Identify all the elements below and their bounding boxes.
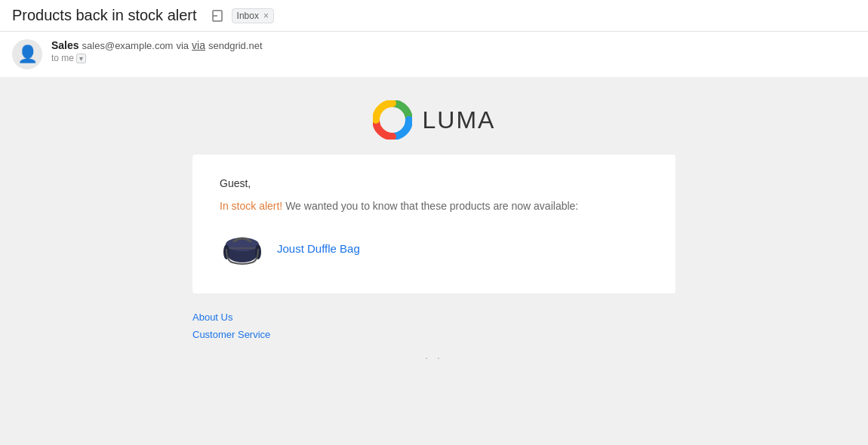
- bookmark-icon[interactable]: [211, 9, 224, 23]
- luma-brand-name: LUMA: [423, 106, 496, 134]
- product-image: [220, 226, 265, 271]
- footer-dots: · ·: [192, 351, 676, 364]
- inbox-badge-close[interactable]: ×: [263, 11, 269, 21]
- email-content-wrapper: LUMA Guest, In stock alert! We wanted yo…: [170, 100, 698, 425]
- inbox-label: Inbox: [237, 11, 259, 21]
- subject-icons: [211, 9, 224, 23]
- product-link[interactable]: Joust Duffle Bag: [277, 242, 360, 255]
- via-label: via: [176, 40, 189, 51]
- sender-name: Sales: [51, 39, 79, 51]
- via-service-underline: via: [192, 39, 205, 51]
- alert-highlight: In stock alert!: [220, 200, 282, 212]
- stock-alert-text: In stock alert! We wanted you to know th…: [220, 200, 648, 212]
- sender-row: 👤 Sales sales@example.com via via sendgr…: [0, 32, 868, 78]
- sendgrid-service: sendgrid.net: [208, 40, 263, 51]
- email-subject: Products back in stock alert: [12, 7, 197, 24]
- email-body: LUMA Guest, In stock alert! We wanted yo…: [0, 78, 868, 445]
- footer-link-about[interactable]: About Us: [192, 308, 676, 326]
- to-label: to me: [51, 53, 74, 63]
- footer-link-customer-service[interactable]: Customer Service: [192, 326, 676, 343]
- email-header: Products back in stock alert Inbox ×: [0, 0, 868, 32]
- email-footer: About Us Customer Service · ·: [192, 308, 676, 371]
- alert-body: We wanted you to know that these product…: [282, 200, 578, 212]
- person-icon: 👤: [17, 44, 38, 64]
- inbox-badge[interactable]: Inbox ×: [232, 8, 274, 23]
- svg-point-2: [226, 238, 259, 251]
- to-me-row: to me ▾: [51, 53, 263, 63]
- to-me-dropdown[interactable]: ▾: [76, 54, 86, 63]
- email-greeting: Guest,: [220, 177, 648, 189]
- luma-logo-area: LUMA: [373, 100, 496, 140]
- duffle-bag-image: [220, 228, 264, 269]
- sender-email: sales@example.com: [82, 40, 174, 51]
- sender-avatar: 👤: [12, 39, 42, 69]
- sender-name-line: Sales sales@example.com via via sendgrid…: [51, 39, 263, 51]
- email-card: Guest, In stock alert! We wanted you to …: [192, 155, 676, 293]
- luma-logo-icon: [373, 100, 412, 140]
- product-row: Joust Duffle Bag: [220, 226, 648, 271]
- sender-info: Sales sales@example.com via via sendgrid…: [51, 39, 263, 63]
